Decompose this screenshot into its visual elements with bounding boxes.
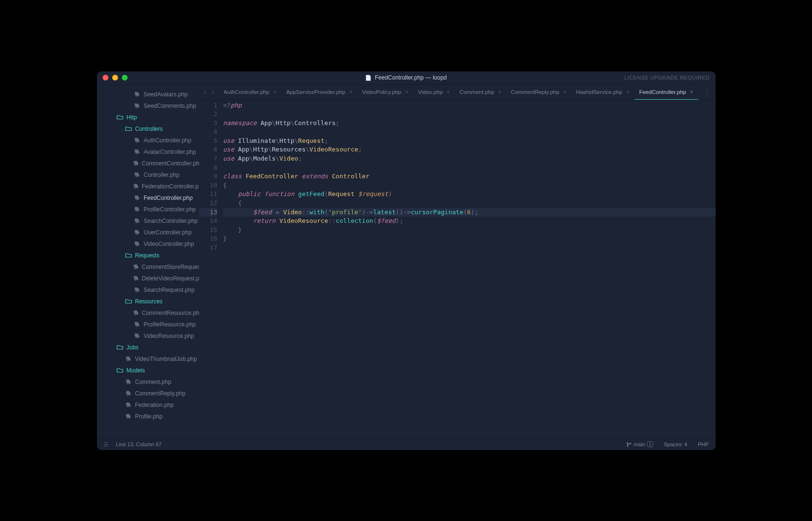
tab-commentreply-php[interactable]: CommentReply.php× <box>506 85 571 100</box>
line-number[interactable]: 4 <box>199 127 217 137</box>
sidebar-item-profilecontroller-php[interactable]: 🐘ProfileController.php <box>97 204 200 215</box>
sidebar-item-profile-php[interactable]: 🐘Profile.php <box>97 411 200 422</box>
close-icon[interactable]: × <box>447 89 450 95</box>
cursor-position[interactable]: Line 13, Column 67 <box>116 441 162 447</box>
sidebar-item-commentstorerequest-php[interactable]: 🐘CommentStoreRequest.php <box>97 261 200 273</box>
license-notice[interactable]: LICENSE UPGRADE REQUIRED <box>624 75 710 81</box>
sidebar-item-seedavatars-php[interactable]: 🐘SeedAvatars.php <box>97 89 200 100</box>
tab-authcontroller-php[interactable]: AuthController.php× <box>219 85 281 100</box>
code-line[interactable]: { <box>223 181 716 190</box>
maximize-window-button[interactable] <box>122 75 128 81</box>
tab-video-php[interactable]: Video.php× <box>413 85 455 100</box>
line-number[interactable]: 1 <box>199 101 217 110</box>
tab-label: CommentReply.php <box>511 89 559 95</box>
line-number[interactable]: 2 <box>199 110 217 119</box>
sidebar-item-requests[interactable]: Requests <box>97 250 200 261</box>
sidebar-file-tree[interactable]: 🐘SeedAvatars.php🐘SeedComments.phpHttpCon… <box>97 85 200 439</box>
line-number[interactable]: 11 <box>199 190 217 199</box>
line-number[interactable]: 12 <box>199 199 217 208</box>
close-window-button[interactable] <box>103 75 108 81</box>
line-number[interactable]: 8 <box>199 163 217 173</box>
tab-hashidservice-php[interactable]: HashidService.php× <box>571 85 635 100</box>
code-line[interactable]: } <box>223 234 716 243</box>
code-content[interactable]: <?php namespace App\Http\Controllers; us… <box>223 101 716 439</box>
sidebar-item-controllers[interactable]: Controllers <box>97 123 200 135</box>
code-line[interactable]: <?php <box>223 101 716 110</box>
sidebar-item-usercontroller-php[interactable]: 🐘UserController.php <box>97 227 200 238</box>
sidebar-item-federation-php[interactable]: 🐘Federation.php <box>97 399 200 411</box>
code-editor[interactable]: 1234567891011121314151617 <?php namespac… <box>199 100 716 439</box>
code-line[interactable]: use App\Models\Video; <box>223 154 716 163</box>
sidebar-item-feedcontroller-php[interactable]: 🐘FeedController.php <box>97 192 200 204</box>
line-number[interactable]: 15 <box>199 226 217 235</box>
sidebar-item-federationcontroller-php[interactable]: 🐘FederationController.php <box>97 181 200 192</box>
sidebar-item-commentresource-php[interactable]: 🐘CommentResource.php <box>97 307 200 319</box>
sidebar-item-profileresource-php[interactable]: 🐘ProfileResource.php <box>97 319 200 330</box>
git-branch-indicator[interactable]: main 1 <box>626 441 653 447</box>
minimize-window-button[interactable] <box>112 75 118 81</box>
line-number[interactable]: 17 <box>199 243 217 253</box>
close-icon[interactable]: × <box>405 89 408 95</box>
sidebar-item-controller-php[interactable]: 🐘Controller.php <box>97 169 200 181</box>
close-icon[interactable]: × <box>273 89 277 95</box>
tab-overflow-button[interactable]: ⋮ <box>698 85 716 100</box>
close-icon[interactable]: × <box>626 89 630 95</box>
nav-back-icon[interactable]: ‹ <box>204 88 206 96</box>
line-number[interactable]: 6 <box>199 145 217 154</box>
line-number[interactable]: 14 <box>199 217 217 226</box>
sidebar-item-label: SearchRequest.php <box>144 287 195 293</box>
code-line[interactable]: { <box>223 199 716 208</box>
line-number[interactable]: 10 <box>199 181 217 190</box>
tab-feedcontroller-php[interactable]: FeedController.php× <box>635 85 698 100</box>
line-number[interactable]: 9 <box>199 172 217 181</box>
close-icon[interactable]: × <box>563 89 566 95</box>
sidebar-item-videocontroller-php[interactable]: 🐘VideoController.php <box>97 238 200 250</box>
sidebar-item-models[interactable]: Models <box>97 365 200 376</box>
close-icon[interactable]: × <box>498 89 501 95</box>
close-icon[interactable]: × <box>349 89 353 95</box>
sidebar-item-avatarcontroller-php[interactable]: 🐘AvatarController.php <box>97 146 200 158</box>
sidebar-item-label: Models <box>127 367 145 374</box>
indentation-setting[interactable]: Spaces: 4 <box>664 441 687 447</box>
sidebar-item-commentcontroller-php[interactable]: 🐘CommentController.php <box>97 158 200 169</box>
sidebar-item-deletevideorequest-php[interactable]: 🐘DeleteVideoRequest.php <box>97 273 200 284</box>
panel-toggle-icon[interactable]: ☰ <box>104 441 108 448</box>
sidebar-item-seedcomments-php[interactable]: 🐘SeedComments.php <box>97 100 200 112</box>
line-number[interactable]: 13 <box>199 208 217 217</box>
close-icon[interactable]: × <box>690 89 693 95</box>
sidebar-item-http[interactable]: Http <box>97 112 200 123</box>
sidebar-item-commentreply-php[interactable]: 🐘CommentReply.php <box>97 388 200 399</box>
code-line[interactable] <box>223 243 716 253</box>
line-number[interactable]: 5 <box>199 137 217 146</box>
line-number[interactable]: 7 <box>199 154 217 163</box>
code-line[interactable]: } <box>223 226 716 235</box>
code-line[interactable]: namespace App\Http\Controllers; <box>223 119 716 128</box>
code-line[interactable]: return VideoResource::collection($feed); <box>223 217 716 226</box>
sidebar-item-searchcontroller-php[interactable]: 🐘SearchController.php <box>97 215 200 227</box>
nav-forward-icon[interactable]: › <box>212 88 214 96</box>
code-line[interactable] <box>223 127 716 137</box>
sidebar-item-comment-php[interactable]: 🐘Comment.php <box>97 376 200 388</box>
code-line[interactable]: $feed = Video::with('profile')->latest()… <box>223 208 716 217</box>
sidebar-item-authcontroller-php[interactable]: 🐘AuthController.php <box>97 135 200 146</box>
tab-videopolicy-php[interactable]: VideoPolicy.php× <box>357 85 413 100</box>
traffic-lights <box>103 75 128 81</box>
sidebar-item-videothumbnailjob-php[interactable]: 🐘VideoThumbnailJob.php <box>97 353 200 365</box>
sidebar-item-jobs[interactable]: Jobs <box>97 342 200 353</box>
line-number[interactable]: 3 <box>199 119 217 128</box>
tab-comment-php[interactable]: Comment.php× <box>455 85 506 100</box>
code-line[interactable]: public function getFeed(Request $request… <box>223 190 716 199</box>
sidebar-item-videoresource-php[interactable]: 🐘VideoResource.php <box>97 330 200 342</box>
code-line[interactable]: use App\Http\Resources\VideoResource; <box>223 145 716 154</box>
code-line[interactable] <box>223 163 716 173</box>
sidebar-item-searchrequest-php[interactable]: 🐘SearchRequest.php <box>97 284 200 296</box>
language-mode[interactable]: PHP <box>698 441 709 447</box>
tab-appserviceprovider-php[interactable]: AppServiceProvider.php× <box>282 85 357 100</box>
tab-label: AuthController.php <box>224 89 269 95</box>
sidebar-item-resources[interactable]: Resources <box>97 296 200 307</box>
line-number[interactable]: 16 <box>199 234 217 243</box>
code-line[interactable]: class FeedController extends Controller <box>223 172 716 181</box>
code-line[interactable]: use Illuminate\Http\Request; <box>223 137 716 146</box>
code-line[interactable] <box>223 110 716 119</box>
php-file-icon: 🐘 <box>133 322 141 327</box>
